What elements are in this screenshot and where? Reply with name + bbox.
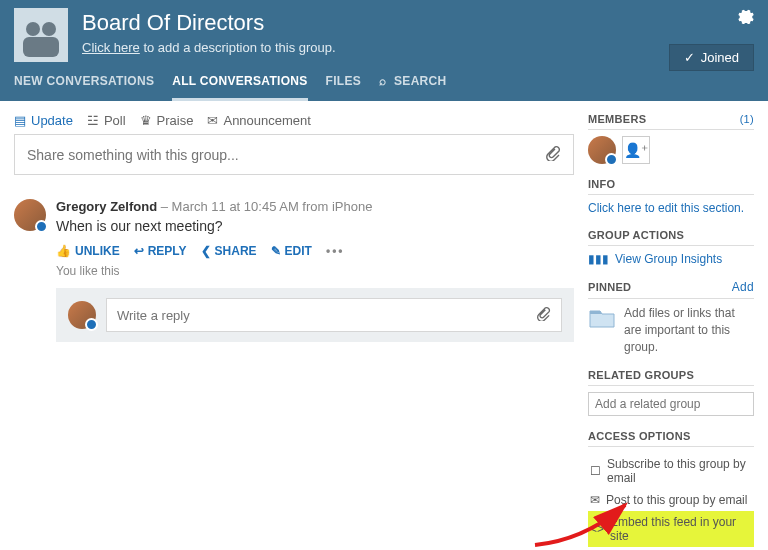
add-member-button[interactable]: 👤⁺ [622, 136, 650, 164]
unlike-button[interactable]: 👍UNLIKE [56, 244, 120, 258]
add-description-link[interactable]: Click here [82, 40, 140, 55]
group-image[interactable] [14, 8, 68, 62]
compose-tab-poll[interactable]: ☳Poll [87, 113, 126, 128]
embed-feed-link[interactable]: <>Embed this feed in your site [588, 511, 754, 547]
presence-badge [35, 220, 48, 233]
compose-tab-praise[interactable]: ♛Praise [140, 113, 194, 128]
svg-point-2 [42, 22, 56, 36]
post-actions: 👍UNLIKE ↩REPLY ❮SHARE ✎EDIT ••• [56, 244, 574, 258]
post-by-email-link[interactable]: ✉Post to this group by email [588, 489, 754, 511]
nav-new-conversations[interactable]: NEW CONVERSATIONS [14, 66, 154, 101]
pinned-heading: PINNEDAdd [588, 280, 754, 299]
nav-all-conversations[interactable]: ALL CONVERSATIONS [172, 66, 307, 101]
thumb-icon: 👍 [56, 244, 71, 258]
edit-button[interactable]: ✎EDIT [271, 244, 312, 258]
edit-info-link[interactable]: Click here to edit this section. [588, 201, 754, 215]
avatar[interactable] [14, 199, 46, 231]
announcement-icon: ✉ [207, 113, 218, 128]
reply-box [56, 288, 574, 342]
presence-badge [605, 153, 618, 166]
joined-button[interactable]: ✓ Joined [669, 44, 754, 71]
attachment-icon[interactable] [536, 306, 551, 324]
members-heading: MEMBERS(1) [588, 113, 754, 130]
compose-tab-update[interactable]: ▤Update [14, 113, 73, 128]
post-author[interactable]: Gregory Zelfond [56, 199, 157, 214]
pinned-empty-text: Add files or links that are important to… [624, 305, 754, 355]
group-actions-heading: GROUP ACTIONS [588, 229, 754, 246]
folder-icon [588, 305, 616, 329]
reply-button[interactable]: ↩REPLY [134, 244, 187, 258]
svg-rect-3 [23, 37, 59, 57]
share-icon: ❮ [201, 244, 211, 258]
nav-search[interactable]: ⌕ SEARCH [379, 66, 446, 101]
sidebar: MEMBERS(1) 👤⁺ INFO Click here to edit th… [588, 101, 768, 550]
compose-tab-announcement[interactable]: ✉Announcement [207, 113, 310, 128]
attachment-icon[interactable] [545, 145, 561, 164]
presence-badge [85, 318, 98, 331]
check-icon: ✓ [684, 50, 695, 65]
compose-box[interactable] [14, 134, 574, 175]
group-nav: NEW CONVERSATIONS ALL CONVERSATIONS FILE… [0, 66, 768, 101]
code-icon: <> [590, 522, 604, 536]
praise-icon: ♛ [140, 113, 152, 128]
reply-input[interactable] [117, 308, 536, 323]
subscribe-by-email-link[interactable]: ☐Subscribe to this group by email [588, 453, 754, 489]
bar-chart-icon: ▮▮▮ [588, 252, 609, 266]
reply-icon: ↩ [134, 244, 144, 258]
share-button[interactable]: ❮SHARE [201, 244, 257, 258]
like-note: You like this [56, 264, 574, 278]
post-text: When is our next meeting? [56, 218, 574, 234]
group-header: Board Of Directors Click here to add a d… [0, 0, 768, 101]
add-related-group-input[interactable] [588, 392, 754, 416]
nav-files[interactable]: FILES [326, 66, 362, 101]
search-icon: ⌕ [379, 74, 386, 88]
group-description: Click here to add a description to this … [82, 40, 336, 55]
reply-input-wrap[interactable] [106, 298, 562, 332]
member-avatar[interactable] [588, 136, 616, 164]
main-feed: ▤Update ☳Poll ♛Praise ✉Announcement Greg… [0, 101, 588, 550]
add-pinned-link[interactable]: Add [732, 280, 754, 294]
related-groups-heading: RELATED GROUPS [588, 369, 754, 386]
add-person-icon: 👤⁺ [624, 142, 648, 158]
gear-icon[interactable] [738, 8, 754, 27]
more-menu[interactable]: ••• [326, 244, 345, 258]
avatar[interactable] [68, 301, 96, 329]
envelope-icon: ✉ [590, 493, 600, 507]
info-heading: INFO [588, 178, 754, 195]
pencil-icon: ✎ [271, 244, 281, 258]
group-title: Board Of Directors [82, 10, 336, 36]
post-meta: – March 11 at 10:45 AM from iPhone [157, 199, 372, 214]
checkbox-icon: ☐ [590, 464, 601, 478]
svg-point-1 [26, 22, 40, 36]
view-insights-link[interactable]: ▮▮▮View Group Insights [588, 252, 754, 266]
access-options-heading: ACCESS OPTIONS [588, 430, 754, 447]
poll-icon: ☳ [87, 113, 99, 128]
feed-post: Gregory Zelfond – March 11 at 10:45 AM f… [14, 199, 574, 342]
compose-input[interactable] [27, 147, 545, 163]
update-icon: ▤ [14, 113, 26, 128]
compose-tabs: ▤Update ☳Poll ♛Praise ✉Announcement [14, 113, 574, 128]
post-header: Gregory Zelfond – March 11 at 10:45 AM f… [56, 199, 574, 214]
